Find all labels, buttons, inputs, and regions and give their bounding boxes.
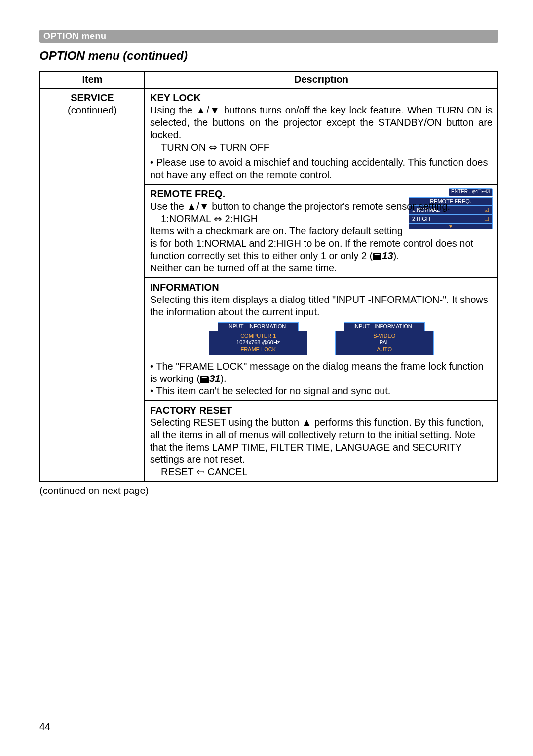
osd-info-1-head: INPUT - INFORMATION - xyxy=(218,322,299,331)
item-continued-label: (continued) xyxy=(45,104,139,116)
menu-header-label: OPTION menu xyxy=(43,31,107,41)
keylock-toggle: TURN ON ⇔ TURN OFF xyxy=(150,141,493,153)
osd-caption: ENTER , ⊕:☐↩☑ xyxy=(449,188,493,196)
desc-factoryreset: FACTORY RESET Selecting RESET using the … xyxy=(145,401,498,482)
factoryreset-title: FACTORY RESET xyxy=(150,405,232,416)
book-icon xyxy=(200,376,209,383)
remotefreq-text3: Neither can be turned off at the same ti… xyxy=(150,263,337,273)
keylock-text: Using the ▲/▼ buttons turns on/off the k… xyxy=(150,104,493,141)
osd-info-2-l2: PAL xyxy=(339,339,430,346)
continued-note: (continued on next page) xyxy=(39,485,498,496)
item-service-label: SERVICE xyxy=(45,92,139,104)
osd-info-1: INPUT - INFORMATION - COMPUTER 1 1024x76… xyxy=(209,322,307,355)
col-header-description: Description xyxy=(145,71,498,88)
page-number: 44 xyxy=(39,721,50,732)
osd-info-1-l1: COMPUTER 1 xyxy=(212,332,304,339)
osd-row-high-label: 2:HIGH xyxy=(412,216,430,223)
factoryreset-toggle: RESET ⇦ CANCEL xyxy=(150,466,493,478)
osd-info-1-l3: FRAME LOCK xyxy=(212,346,304,353)
book-icon xyxy=(373,253,381,260)
menu-header-bar: OPTION menu xyxy=(39,30,498,43)
factoryreset-text: Selecting RESET using the button ▲ perfo… xyxy=(150,417,484,465)
osd-arrow-down: ▼ xyxy=(409,224,493,229)
information-text: Selecting this item displays a dialog ti… xyxy=(150,294,488,317)
osd-row-normal-check: ☑ xyxy=(484,207,489,214)
remotefreq-title: REMOTE FREQ. xyxy=(150,189,225,199)
osd-info-2-l3: AUTO xyxy=(339,346,430,353)
keylock-note: • Please use to avoid a mischief and tou… xyxy=(150,156,493,181)
osd-info-1-l2: 1024x768 @60Hz xyxy=(212,339,304,346)
remotefreq-text2b: ). xyxy=(393,250,399,261)
desc-keylock: KEY LOCK Using the ▲/▼ buttons turns on/… xyxy=(145,88,498,185)
desc-information: INFORMATION Selecting this item displays… xyxy=(145,278,498,401)
osd-info-2: INPUT - INFORMATION - S-VIDEO PAL AUTO xyxy=(335,322,434,355)
remotefreq-text2a: Items with a checkmark are on. The facto… xyxy=(150,226,473,261)
osd-info-2-head: INPUT - INFORMATION - xyxy=(344,322,425,331)
osd-row-high-check: ☐ xyxy=(484,216,489,223)
information-note2: • This item can't be selected for no sig… xyxy=(150,385,390,396)
osd-info-pair: INPUT - INFORMATION - COMPUTER 1 1024x76… xyxy=(150,322,493,355)
osd-info-2-l1: S-VIDEO xyxy=(339,332,430,339)
desc-remotefreq: REMOTE FREQ. Use the ▲/▼ button to chang… xyxy=(145,185,498,278)
section-title: OPTION menu (continued) xyxy=(39,49,498,63)
col-header-item: Item xyxy=(40,71,145,88)
osd-row-high: 2:HIGH ☐ xyxy=(409,215,493,224)
keylock-title: KEY LOCK xyxy=(150,92,201,103)
option-menu-table: Item Description SERVICE (continued) KEY… xyxy=(39,71,498,482)
item-cell-service: SERVICE (continued) xyxy=(40,88,145,482)
information-title: INFORMATION xyxy=(150,282,219,293)
remotefreq-ref: 13 xyxy=(382,250,393,261)
information-ref: 31 xyxy=(209,373,220,384)
remotefreq-text1: Use the ▲/▼ button to change the project… xyxy=(150,201,450,212)
information-note1b: ). xyxy=(220,373,226,384)
